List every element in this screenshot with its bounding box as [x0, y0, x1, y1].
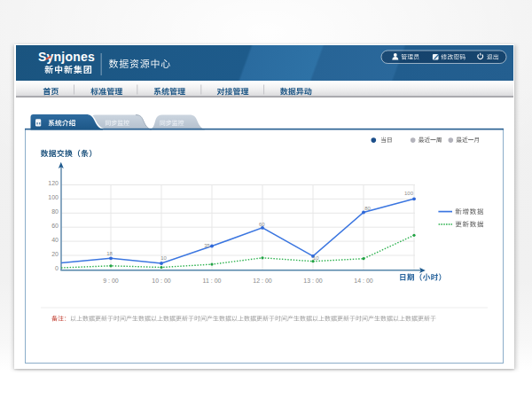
svg-text:100: 100 — [404, 191, 414, 196]
svg-text:80: 80 — [51, 208, 59, 215]
svg-text:120: 120 — [48, 180, 59, 186]
svg-text:40: 40 — [51, 237, 59, 243]
svg-text:60: 60 — [51, 223, 59, 229]
svg-text:11 : 00: 11 : 00 — [203, 278, 222, 284]
svg-text:100: 100 — [48, 194, 59, 200]
svg-text:0: 0 — [55, 265, 59, 271]
svg-text:9 : 00: 9 : 00 — [103, 278, 119, 284]
svg-text:35: 35 — [204, 243, 210, 248]
svg-text:10 : 00: 10 : 00 — [152, 278, 171, 284]
svg-text:80: 80 — [364, 206, 371, 211]
svg-text:60: 60 — [259, 222, 265, 227]
svg-text:13 : 00: 13 : 00 — [303, 278, 323, 284]
svg-text:18: 18 — [106, 251, 113, 256]
svg-text:10: 10 — [313, 255, 319, 261]
svg-text:10: 10 — [160, 255, 167, 261]
svg-text:20: 20 — [51, 251, 59, 257]
svg-text:14 : 00: 14 : 00 — [354, 278, 373, 284]
svg-text:12 : 00: 12 : 00 — [253, 278, 272, 284]
